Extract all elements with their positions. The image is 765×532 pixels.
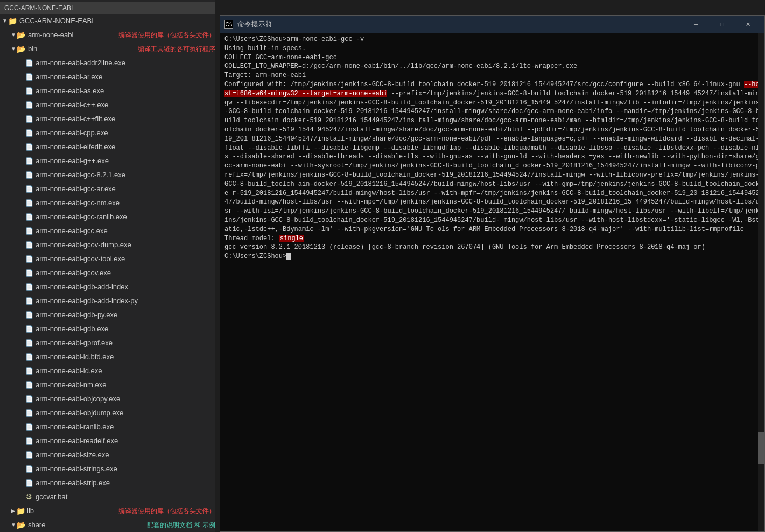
exe-file-icon: 📄 [25, 437, 33, 445]
explorer-item-strings[interactable]: ▶📄arm-none-eabi-strings.exe [0, 462, 215, 476]
cmd-line: gcc version 8.2.1 20181213 (release) [gc… [224, 243, 760, 252]
item-label: arm-none-eabi-nm.exe [36, 379, 215, 391]
explorer-item-arm-none-eabi[interactable]: ▼📂arm-none-eabi 编译器使用的库（包括各头文件） [0, 28, 215, 42]
item-label: arm-none-eabi-strip.exe [36, 477, 215, 489]
explorer-item-ar[interactable]: ▶📄arm-none-eabi-ar.exe [0, 70, 215, 84]
explorer-item-readelf[interactable]: ▶📄arm-none-eabi-readelf.exe [0, 434, 215, 448]
item-label: arm-none-eabi-gprof.exe [36, 337, 215, 349]
explorer-item-lib[interactable]: ▶📁lib 编译器使用的库（包括各头文件） [0, 504, 215, 518]
annotation: 编译工具链的各可执行程序 [138, 43, 215, 55]
item-label: arm-none-eabi-gcc-nm.exe [36, 197, 215, 209]
explorer-tree: ▼📁GCC-ARM-NONE-EABI▼📂arm-none-eabi 编译器使用… [0, 14, 215, 532]
explorer-item-ld[interactable]: ▶📄arm-none-eabi-ld.exe [0, 364, 215, 378]
item-label: arm-none-eabi-gdb.exe [36, 323, 215, 335]
exe-file-icon: 📄 [25, 269, 33, 277]
explorer-item-gprof[interactable]: ▶📄arm-none-eabi-gprof.exe [0, 336, 215, 350]
explorer-item-gcovtool[interactable]: ▶📄arm-none-eabi-gcov-tool.exe [0, 252, 215, 266]
explorer-item-gdb[interactable]: ▶📄arm-none-eabi-gdb.exe [0, 322, 215, 336]
item-label: arm-none-eabi-elfedit.exe [36, 141, 215, 153]
exe-file-icon: 📄 [25, 143, 33, 151]
cmd-icon: C:\ [224, 20, 233, 29]
explorer-item-gccexe[interactable]: ▶📄arm-none-eabi-gcc.exe [0, 224, 215, 238]
folder-open-icon: 📂 [17, 31, 26, 39]
explorer-item-elfedit[interactable]: ▶📄arm-none-eabi-elfedit.exe [0, 140, 215, 154]
item-label: gccvar.bat [36, 491, 215, 503]
cmd-scrollbar-thumb[interactable] [758, 432, 764, 464]
item-label: arm-none-eabi-gdb-add-index [36, 281, 215, 293]
explorer-item-addr2line[interactable]: ▶📄arm-none-eabi-addr2line.exe [0, 56, 215, 70]
chevron-right-icon: ▶ [11, 505, 15, 517]
cmd-line: COLLECT_GCC=arm-none-eabi-gcc [224, 53, 760, 62]
folder-icon: 📁 [9, 17, 17, 25]
cmd-controls: ─ □ ✕ [684, 16, 760, 33]
explorer-item-objcopy[interactable]: ▶📄arm-none-eabi-objcopy.exe [0, 392, 215, 406]
explorer-item-root[interactable]: ▼📁GCC-ARM-NONE-EABI [0, 14, 215, 28]
cmd-maximize-button[interactable]: □ [710, 16, 734, 33]
exe-file-icon: 📄 [25, 227, 33, 235]
exe-file-icon: 📄 [25, 423, 33, 431]
exe-file-icon: 📄 [25, 311, 33, 319]
item-label: arm-none-eabi-gcov-tool.exe [36, 253, 215, 265]
chevron-down-icon: ▼ [11, 519, 16, 531]
exe-file-icon: 📄 [25, 339, 33, 347]
explorer-item-gcc821[interactable]: ▶📄arm-none-eabi-gcc-8.2.1.exe [0, 168, 215, 182]
exe-file-icon: 📄 [25, 395, 33, 403]
explorer-item-ldbfd[interactable]: ▶📄arm-none-eabi-ld.bfd.exe [0, 350, 215, 364]
exe-file-icon: 📄 [25, 129, 33, 137]
explorer-item-gpp[interactable]: ▶📄arm-none-eabi-g++.exe [0, 154, 215, 168]
explorer-item-gdbpy[interactable]: ▶📄arm-none-eabi-gdb-py.exe [0, 308, 215, 322]
item-label: arm-none-eabi-objcopy.exe [36, 393, 215, 405]
exe-file-icon: 📄 [25, 255, 33, 263]
exe-file-icon: 📄 [25, 101, 33, 109]
explorer-item-as[interactable]: ▶📄arm-none-eabi-as.exe [0, 84, 215, 98]
explorer-item-strip[interactable]: ▶📄arm-none-eabi-strip.exe [0, 476, 215, 490]
thread-model-highlight: single [279, 235, 304, 242]
explorer-item-nm[interactable]: ▶📄arm-none-eabi-nm.exe [0, 378, 215, 392]
exe-file-icon: 📄 [25, 353, 33, 361]
item-label: arm-none-eabi-as.exe [36, 85, 215, 97]
exe-file-icon: 📄 [25, 451, 33, 459]
explorer-item-gcov[interactable]: ▶📄arm-none-eabi-gcov.exe [0, 266, 215, 280]
exe-file-icon: 📄 [25, 297, 33, 305]
explorer-item-gccar[interactable]: ▶📄arm-none-eabi-gcc-ar.exe [0, 182, 215, 196]
explorer-item-cppp[interactable]: ▶📄arm-none-eabi-cpp.exe [0, 126, 215, 140]
cmd-cursor [286, 253, 291, 260]
item-label: arm-none-eabi-gcov.exe [36, 267, 215, 279]
item-label: arm-none-eabi-gdb-py.exe [36, 309, 215, 321]
explorer-item-share[interactable]: ▼📂share 配套的说明文档 和 示例 [0, 518, 215, 532]
exe-file-icon: 📄 [25, 283, 33, 291]
explorer-item-cpp[interactable]: ▶📄arm-none-eabi-c++.exe [0, 98, 215, 112]
explorer-item-ranlib[interactable]: ▶📄arm-none-eabi-ranlib.exe [0, 420, 215, 434]
item-label: arm-none-eabi-readelf.exe [36, 435, 215, 447]
explorer-title: GCC-ARM-NONE-EABI [4, 4, 73, 12]
explorer-item-gcovdump[interactable]: ▶📄arm-none-eabi-gcov-dump.exe [0, 238, 215, 252]
cmd-titlebar: C:\ 命令提示符 ─ □ ✕ [220, 16, 764, 33]
exe-file-icon: 📄 [25, 213, 33, 221]
explorer-item-gccvar[interactable]: ▶⚙gccvar.bat [0, 490, 215, 504]
explorer-item-size[interactable]: ▶📄arm-none-eabi-size.exe [0, 448, 215, 462]
item-label: arm-none-eabi-objdump.exe [36, 407, 215, 419]
explorer-item-cppfilt[interactable]: ▶📄arm-none-eabi-c++filt.exe [0, 112, 215, 126]
cmd-minimize-button[interactable]: ─ [684, 16, 708, 33]
annotation: 编译器使用的库（包括各头文件） [118, 29, 215, 41]
exe-file-icon: 📄 [25, 199, 33, 207]
chevron-down-icon: ▼ [11, 43, 16, 55]
exe-file-icon: 📄 [25, 157, 33, 165]
cmd-prompt-text: C:\Users\ZCShou> [224, 253, 286, 260]
item-label: arm-none-eabi-gcc-8.2.1.exe [36, 169, 215, 181]
item-label: arm-none-eabi-gcc.exe [36, 225, 215, 237]
explorer-item-gccnm[interactable]: ▶📄arm-none-eabi-gcc-nm.exe [0, 196, 215, 210]
explorer-item-objdump[interactable]: ▶📄arm-none-eabi-objdump.exe [0, 406, 215, 420]
explorer-item-gdbaddidxpy[interactable]: ▶📄arm-none-eabi-gdb-add-index-py [0, 294, 215, 308]
cmd-close-button[interactable]: ✕ [735, 16, 760, 33]
item-label: bin [28, 43, 135, 55]
cmd-line: Using built-in specs. [224, 44, 760, 53]
exe-file-icon: 📄 [25, 479, 33, 487]
explorer-item-gccranlib[interactable]: ▶📄arm-none-eabi-gcc-ranlib.exe [0, 210, 215, 224]
item-label: arm-none-eabi [28, 29, 115, 41]
explorer-item-bin[interactable]: ▼📂bin 编译工具链的各可执行程序 [0, 42, 215, 56]
cmd-scrollbar[interactable] [758, 33, 764, 531]
exe-file-icon: 📄 [25, 367, 33, 375]
item-label: arm-none-eabi-cpp.exe [36, 127, 215, 139]
explorer-item-gdbaddidx[interactable]: ▶📄arm-none-eabi-gdb-add-index [0, 280, 215, 294]
